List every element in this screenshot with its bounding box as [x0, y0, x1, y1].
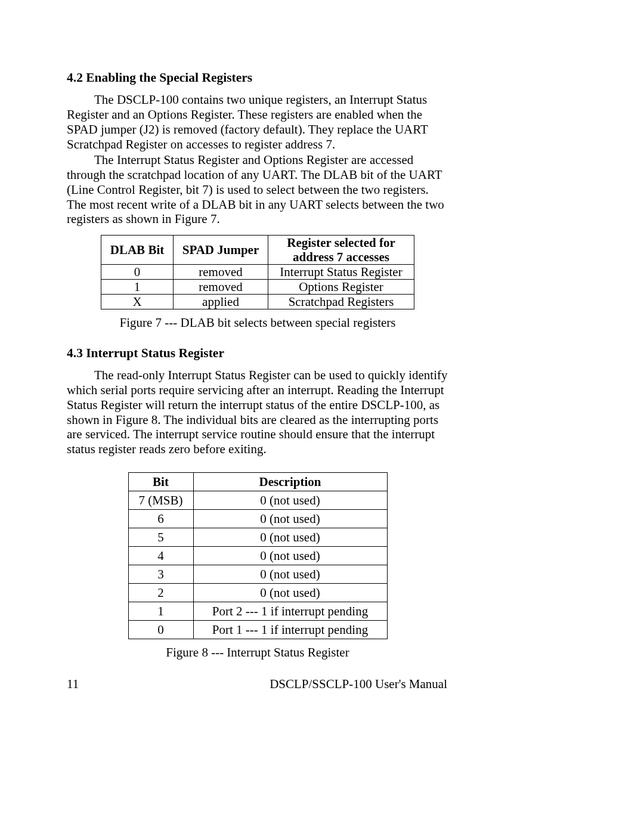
cell: 1: [101, 280, 174, 295]
cell: 0 (not used): [193, 528, 387, 546]
heading-4-3: 4.3 Interrupt Status Register: [67, 346, 448, 361]
th-register-selected: Register selected for address 7 accesses: [268, 236, 414, 265]
para-4-2-2: The Interrupt Status Register and Option…: [67, 153, 448, 227]
manual-title: DSCLP/SSCLP-100 User's Manual: [270, 677, 447, 692]
cell: X: [101, 295, 174, 309]
th-line1: Register selected for: [287, 236, 395, 250]
table-row: 6 0 (not used): [128, 509, 387, 528]
page: 4.2 Enabling the Special Registers The D…: [0, 0, 644, 833]
th-dlab-bit: DLAB Bit: [101, 236, 174, 265]
para-4-2-1: The DSCLP-100 contains two unique regist…: [67, 92, 448, 151]
table-row: X applied Scratchpad Registers: [101, 295, 414, 309]
cell: Port 2 --- 1 if interrupt pending: [193, 602, 387, 620]
table-row: 1 Port 2 --- 1 if interrupt pending: [128, 602, 387, 620]
page-number: 11: [67, 677, 79, 692]
table-row: 3 0 (not used): [128, 565, 387, 583]
cell: removed: [174, 265, 268, 280]
para-4-3-1: The read-only Interrupt Status Register …: [67, 368, 448, 457]
th-line2: address 7 accesses: [293, 250, 389, 264]
cell: Interrupt Status Register: [268, 265, 414, 280]
table-row: 0 removed Interrupt Status Register: [101, 265, 414, 280]
cell: 2: [128, 583, 193, 602]
cell: 0 (not used): [193, 509, 387, 528]
table-row: DLAB Bit SPAD Jumper Register selected f…: [101, 236, 414, 265]
caption-figure-8: Figure 8 --- Interrupt Status Register: [67, 645, 448, 660]
table-row: 5 0 (not used): [128, 528, 387, 546]
table-row: 7 (MSB) 0 (not used): [128, 491, 387, 509]
heading-4-2: 4.2 Enabling the Special Registers: [67, 70, 448, 85]
table-row: Bit Description: [128, 472, 387, 491]
th-bit: Bit: [128, 472, 193, 491]
content-area: 4.2 Enabling the Special Registers The D…: [67, 70, 448, 660]
cell: 0 (not used): [193, 546, 387, 565]
table-row: 1 removed Options Register: [101, 280, 414, 295]
table-row: 0 Port 1 --- 1 if interrupt pending: [128, 620, 387, 639]
cell: 0 (not used): [193, 583, 387, 602]
cell: 3: [128, 565, 193, 583]
table-row: 4 0 (not used): [128, 546, 387, 565]
th-spad-jumper: SPAD Jumper: [174, 236, 268, 265]
table-dlab: DLAB Bit SPAD Jumper Register selected f…: [101, 235, 414, 309]
cell: 0 (not used): [193, 565, 387, 583]
cell: removed: [174, 280, 268, 295]
cell: applied: [174, 295, 268, 309]
cell: 7 (MSB): [128, 491, 193, 509]
cell: Scratchpad Registers: [268, 295, 414, 309]
table-row: 2 0 (not used): [128, 583, 387, 602]
cell: Options Register: [268, 280, 414, 295]
table-isr: Bit Description 7 (MSB) 0 (not used) 6 0…: [128, 472, 388, 639]
cell: 0 (not used): [193, 491, 387, 509]
cell: 5: [128, 528, 193, 546]
cell: Port 1 --- 1 if interrupt pending: [193, 620, 387, 639]
th-description: Description: [193, 472, 387, 491]
caption-figure-7: Figure 7 --- DLAB bit selects between sp…: [67, 315, 448, 330]
cell: 4: [128, 546, 193, 565]
cell: 1: [128, 602, 193, 620]
cell: 0: [128, 620, 193, 639]
cell: 0: [101, 265, 174, 280]
cell: 6: [128, 509, 193, 528]
